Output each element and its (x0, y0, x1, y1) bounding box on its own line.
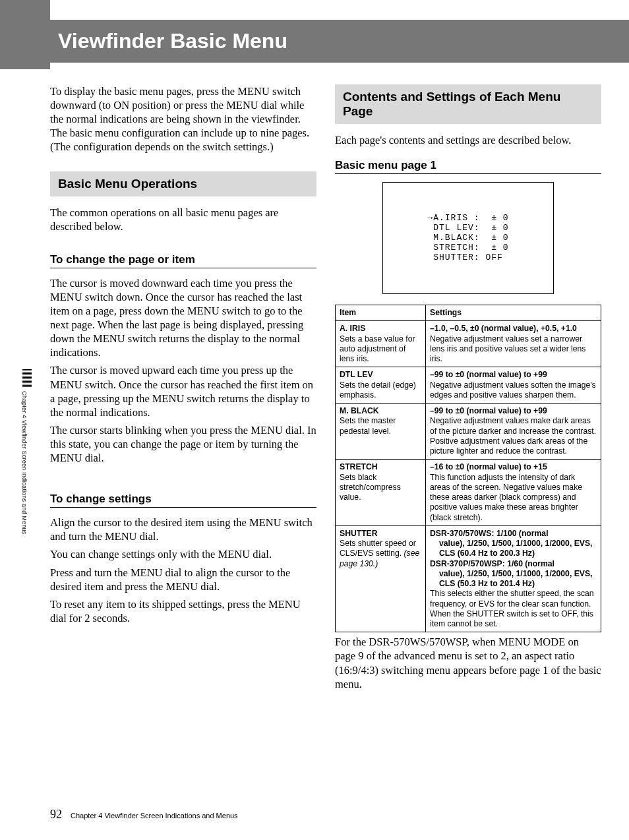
item-title: M. BLACK (340, 406, 379, 415)
set-bold: –16 to ±0 (normal value) to +15 (430, 462, 547, 471)
cell-settings: –1.0, –0.5, ±0 (normal value), +0.5, +1.… (426, 321, 601, 367)
item-title: A. IRIS (340, 324, 365, 333)
cell-settings: –99 to ±0 (normal value) to +99 Negative… (426, 367, 601, 404)
item-desc: Sets a base value for auto adjustment of… (340, 334, 415, 364)
table-row: STRETCH Sets black stretch/compress valu… (336, 460, 601, 526)
cell-item: M. BLACK Sets the master pedestal level. (336, 404, 426, 460)
p5: Align the cursor to the desired item usi… (50, 516, 316, 543)
item-desc: Sets black stretch/compress value. (340, 473, 401, 502)
intro-paragraph: To display the basic menu pages, press t… (50, 84, 316, 154)
item-title: SHUTTER (340, 529, 378, 538)
cell-settings: –99 to ±0 (normal value) to +99 Negative… (426, 404, 601, 460)
table-row: A. IRIS Sets a base value for auto adjus… (336, 321, 601, 367)
item-title: STRETCH (340, 462, 378, 471)
p2: The cursor is moved downward each time y… (50, 276, 316, 360)
p7: Press and turn the MENU dial to align th… (50, 566, 316, 593)
sidebar-stub (0, 0, 50, 69)
viewfinder-preview-box: →A.IRIS : ± 0 DTL LEV: ± 0 M.BLACK: ± 0 … (382, 182, 554, 294)
set-desc: Negative adjustment values make dark are… (430, 416, 596, 456)
p3: The cursor is moved upward each time you… (50, 363, 316, 419)
table-header-row: Item Settings (336, 305, 601, 321)
sub-change-settings: To change settings (50, 493, 316, 508)
section-basic-menu-operations: Basic Menu Operations (50, 171, 316, 196)
footer-chapter: Chapter 4 Viewfinder Screen Indications … (71, 812, 238, 820)
viewfinder-preview-text: →A.IRIS : ± 0 DTL LEV: ± 0 M.BLACK: ± 0 … (427, 214, 508, 263)
cell-item: SHUTTER Sets shutter speed or CLS/EVS se… (336, 525, 426, 632)
settings-table: Item Settings A. IRIS Sets a base value … (335, 305, 601, 632)
item-title: DTL LEV (340, 370, 373, 379)
r-p1: Each page's contents and settings are de… (335, 133, 601, 147)
page-title: Viewfinder Basic Menu (58, 29, 287, 53)
set-bold: –99 to ±0 (normal value) to +99 (430, 370, 547, 379)
sub-basic-menu-page-1: Basic menu page 1 (335, 159, 601, 174)
set-block2a: DSR-370P/570WSP: 1/60 (normal (430, 559, 554, 568)
set-desc: This function adjusts the intensity of d… (430, 473, 582, 522)
item-desc: Sets the detail (edge) emphasis. (340, 380, 416, 400)
side-label-text: Chapter 4 Viewfinder Screen Indications … (21, 391, 28, 534)
set-block1b: value), 1/250, 1/500, 1/1000, 1/2000, EV… (430, 539, 597, 559)
section-contents-settings: Contents and Settings of Each Menu Page (335, 84, 601, 124)
set-block2b: value), 1/250, 1/500, 1/1000, 1/2000, EV… (430, 569, 597, 589)
p1: The common operations on all basic menu … (50, 206, 316, 233)
cell-item: A. IRIS Sets a base value for auto adjus… (336, 321, 426, 367)
table-row: DTL LEV Sets the detail (edge) emphasis.… (336, 367, 601, 404)
set-desc: Negative adjustment values soften the im… (430, 380, 596, 400)
set-block1a: DSR-370/570WS: 1/100 (normal (430, 529, 549, 538)
right-column: Contents and Settings of Each Menu Page … (335, 84, 601, 800)
table-row: M. BLACK Sets the master pedestal level.… (336, 404, 601, 460)
p6: You can change settings only with the ME… (50, 547, 316, 561)
title-bar: Viewfinder Basic Menu (50, 20, 629, 63)
table-row: SHUTTER Sets shutter speed or CLS/EVS se… (336, 525, 601, 632)
cell-item: DTL LEV Sets the detail (edge) emphasis. (336, 367, 426, 404)
sub-change-page: To change the page or item (50, 253, 316, 268)
after-table-paragraph: For the DSR-570WS/570WSP, when MENU MODE… (335, 635, 601, 690)
set-desc: Negative adjustment values set a narrowe… (430, 334, 585, 364)
item-desc: Sets the master pedestal level. (340, 416, 396, 435)
p4: The cursor starts blinking when you pres… (50, 423, 316, 465)
th-settings: Settings (426, 305, 601, 321)
set-bold: –1.0, –0.5, ±0 (normal value), +0.5, +1.… (430, 324, 577, 333)
set-desc: This selects either the shutter speed, t… (430, 589, 594, 628)
side-label-block: Chapter 4 Viewfinder Screen Indications … (22, 369, 34, 534)
page-number: 92 (50, 808, 62, 821)
left-column: To display the basic menu pages, press t… (50, 84, 316, 800)
footer: 92 Chapter 4 Viewfinder Screen Indicatio… (50, 808, 238, 822)
cell-item: STRETCH Sets black stretch/compress valu… (336, 460, 426, 526)
set-bold: –99 to ±0 (normal value) to +99 (430, 406, 547, 415)
th-item: Item (336, 305, 426, 321)
p8: To reset any item to its shipped setting… (50, 597, 316, 625)
cell-settings: DSR-370/570WS: 1/100 (normal value), 1/2… (426, 525, 601, 632)
side-bars-icon (22, 369, 32, 387)
cell-settings: –16 to ±0 (normal value) to +15 This fun… (426, 460, 601, 526)
